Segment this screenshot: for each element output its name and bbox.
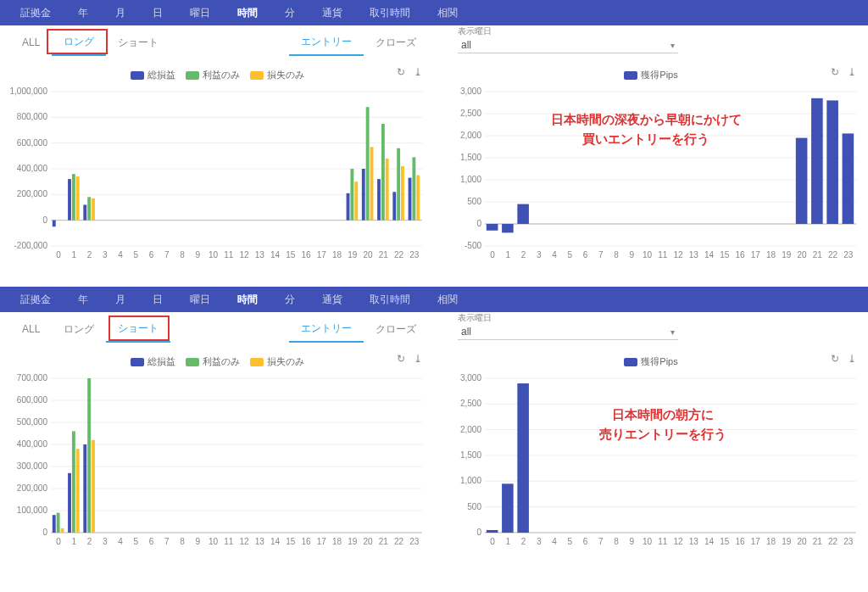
legend-swatch xyxy=(250,71,264,80)
svg-text:14: 14 xyxy=(704,250,715,260)
nav-item-9[interactable]: 相関 xyxy=(426,289,470,310)
svg-text:11: 11 xyxy=(658,537,668,546)
svg-text:21: 21 xyxy=(379,250,389,260)
svg-text:2,000: 2,000 xyxy=(460,131,481,140)
day-filter-value: all xyxy=(461,39,471,51)
svg-text:500: 500 xyxy=(467,197,481,206)
nav-item-2[interactable]: 月 xyxy=(103,3,137,24)
svg-text:14: 14 xyxy=(270,250,281,260)
day-filter-label: 表示曜日 xyxy=(458,312,678,324)
svg-text:21: 21 xyxy=(813,250,823,260)
legend-swatch xyxy=(624,358,637,366)
svg-rect-32 xyxy=(354,182,358,221)
svg-text:14: 14 xyxy=(704,537,715,546)
nav-item-8[interactable]: 取引時間 xyxy=(358,289,422,310)
svg-text:6: 6 xyxy=(583,537,588,546)
svg-rect-127 xyxy=(68,473,71,533)
nav-item-4[interactable]: 曜日 xyxy=(178,3,222,24)
svg-text:0: 0 xyxy=(490,537,495,546)
nav-item-6[interactable]: 分 xyxy=(273,3,307,24)
svg-rect-18 xyxy=(347,193,350,221)
svg-text:22: 22 xyxy=(394,537,404,546)
day-filter-1: 表示曜日 all ▾ xyxy=(458,25,678,53)
svg-text:10: 10 xyxy=(209,537,219,546)
subtab-エントリー[interactable]: エントリー xyxy=(289,30,364,56)
nav-item-3[interactable]: 日 xyxy=(141,3,175,24)
nav-item-1[interactable]: 年 xyxy=(66,3,100,24)
svg-text:0: 0 xyxy=(42,528,47,537)
day-filter-select[interactable]: all ▾ xyxy=(458,37,678,53)
nav-item-1[interactable]: 年 xyxy=(66,289,100,310)
svg-rect-25 xyxy=(350,169,353,221)
svg-text:5: 5 xyxy=(134,250,139,260)
nav-item-3[interactable]: 日 xyxy=(141,289,175,310)
reload-icon[interactable]: ↻ xyxy=(397,66,405,78)
svg-text:200,000: 200,000 xyxy=(17,189,48,198)
svg-text:5: 5 xyxy=(568,250,573,260)
svg-text:20: 20 xyxy=(798,537,808,546)
svg-rect-30 xyxy=(76,176,80,221)
nav-item-8[interactable]: 取引時間 xyxy=(358,3,422,24)
day-filter-select[interactable]: all ▾ xyxy=(458,324,678,340)
svg-text:13: 13 xyxy=(689,250,699,260)
svg-text:22: 22 xyxy=(828,250,838,260)
nav-item-7[interactable]: 通貨 xyxy=(310,3,354,24)
chart-panel1-right: -50005001,0001,5002,0002,5003,0000123456… xyxy=(439,85,863,263)
subtab-クローズ[interactable]: クローズ xyxy=(364,31,428,55)
legend-item: 利益のみ xyxy=(186,69,240,81)
svg-text:21: 21 xyxy=(379,537,389,546)
svg-rect-19 xyxy=(362,169,365,221)
svg-text:12: 12 xyxy=(240,250,250,260)
subtab-エントリー[interactable]: エントリー xyxy=(289,316,364,343)
reload-icon[interactable]: ↻ xyxy=(831,66,839,78)
svg-text:500: 500 xyxy=(467,502,481,511)
download-icon[interactable]: ⤓ xyxy=(848,66,856,78)
svg-text:8: 8 xyxy=(614,250,619,260)
download-icon[interactable]: ⤓ xyxy=(414,66,422,78)
svg-text:2: 2 xyxy=(521,537,526,546)
svg-text:2,500: 2,500 xyxy=(460,399,481,408)
subtab-ロング[interactable]: ロング xyxy=(52,30,106,56)
nav-item-2[interactable]: 月 xyxy=(103,289,137,310)
legend-swatch xyxy=(186,71,199,80)
svg-rect-81 xyxy=(796,138,808,224)
nav-item-6[interactable]: 分 xyxy=(273,289,307,310)
subtab-ALL[interactable]: ALL xyxy=(10,31,52,53)
svg-rect-133 xyxy=(76,449,80,533)
subtab-ショート[interactable]: ショート xyxy=(106,31,170,55)
svg-text:1,000: 1,000 xyxy=(460,476,481,485)
legend-2-right: 獲得Pips xyxy=(439,351,863,371)
nav-item-5[interactable]: 時間 xyxy=(225,3,270,24)
svg-rect-128 xyxy=(83,444,86,533)
subtab-クローズ[interactable]: クローズ xyxy=(364,317,428,342)
svg-text:0: 0 xyxy=(42,215,47,225)
legend-item: 利益のみ xyxy=(186,355,240,368)
subtab-ALL[interactable]: ALL xyxy=(10,318,52,340)
nav-item-9[interactable]: 相関 xyxy=(426,3,470,24)
subtab-ロング[interactable]: ロング xyxy=(52,317,106,342)
reload-icon[interactable]: ↻ xyxy=(831,353,839,365)
download-icon[interactable]: ⤓ xyxy=(414,353,422,365)
svg-text:100,000: 100,000 xyxy=(17,505,48,515)
nav-item-7[interactable]: 通貨 xyxy=(310,289,354,310)
svg-text:1: 1 xyxy=(72,250,77,260)
chart-cell-2-right: 獲得Pips ↻ ⤓ 05001,0001,5002,0002,5003,000… xyxy=(434,346,868,567)
nav-item-5[interactable]: 時間 xyxy=(225,289,270,310)
legend-swatch xyxy=(131,358,144,366)
nav-item-0[interactable]: 証拠金 xyxy=(8,3,63,24)
nav-item-4[interactable]: 曜日 xyxy=(178,289,222,310)
svg-text:22: 22 xyxy=(828,537,838,546)
subtab-ショート[interactable]: ショート xyxy=(106,316,170,343)
chart-panel2-left: 0100,000200,000300,000400,000500,000600,… xyxy=(5,371,429,550)
svg-text:9: 9 xyxy=(196,537,201,546)
svg-text:5: 5 xyxy=(568,537,573,546)
svg-text:15: 15 xyxy=(720,537,730,546)
svg-text:16: 16 xyxy=(302,250,312,260)
nav-item-0[interactable]: 証拠金 xyxy=(8,289,63,310)
svg-text:200,000: 200,000 xyxy=(17,483,48,493)
svg-text:12: 12 xyxy=(240,537,250,546)
download-icon[interactable]: ⤓ xyxy=(848,353,856,365)
svg-text:3: 3 xyxy=(537,250,542,260)
svg-text:21: 21 xyxy=(813,537,823,546)
reload-icon[interactable]: ↻ xyxy=(397,353,405,365)
